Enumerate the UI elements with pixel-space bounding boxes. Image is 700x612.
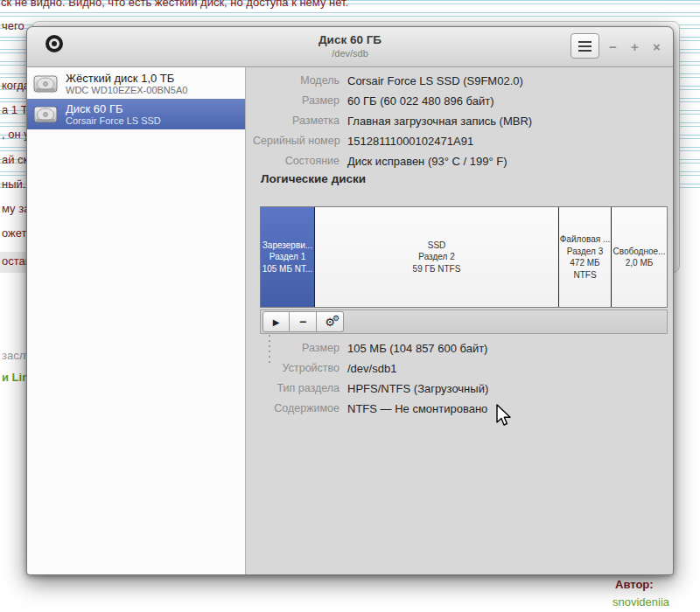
author-link[interactable]: snovideniia: [612, 595, 669, 609]
sidebar-item-hdd[interactable]: Жёсткий диск 1,0 ТБ WDC WD10EZEX-00BN5A0: [27, 68, 245, 99]
delete-partition-button[interactable]: −: [290, 311, 317, 332]
author-label: Автор:: [615, 578, 654, 591]
minimize-button[interactable]: −: [602, 38, 624, 56]
disk-title: Диск 60 ГБ: [66, 102, 161, 115]
info-value: 60 ГБ (60 022 480 896 байт): [347, 91, 673, 111]
info-label: Устройство: [253, 358, 340, 379]
info-label: Размер: [253, 338, 340, 358]
info-label: Состояние: [253, 151, 340, 171]
disk-subtitle: WDC WD10EZEX-00BN5A0: [66, 85, 187, 96]
info-value: HPFS/NTFS (Загрузочный): [347, 379, 673, 399]
disks-window: Диск 60 ГБ /dev/sdb − + ×: [26, 26, 674, 575]
partition-bar: Зарезерви... Раздел 1 105 МБ NT... SSD Р…: [260, 206, 668, 308]
partition-reserved[interactable]: Зарезерви... Раздел 1 105 МБ NT...: [261, 207, 314, 307]
titlebar[interactable]: Диск 60 ГБ /dev/sdb − + ×: [27, 27, 673, 67]
info-label: Серийный номер: [253, 131, 340, 151]
info-label: Содержимое: [253, 399, 340, 419]
page-text-fragment: ожет: [2, 226, 27, 240]
hard-disk-icon: [32, 104, 59, 125]
hard-disk-icon: [32, 73, 59, 94]
minus-icon: −: [299, 317, 306, 326]
close-button[interactable]: ×: [646, 38, 668, 56]
pane-splitter-handle[interactable]: [269, 335, 270, 363]
partition-free-space[interactable]: Свободное... 2,0 МБ: [611, 207, 667, 307]
page-text-fragment: ай ск: [2, 153, 28, 166]
volumes-section-title: Логические диски: [261, 172, 366, 185]
sidebar-item-ssd-selected[interactable]: Диск 60 ГБ Corsair Force LS SSD: [27, 99, 245, 129]
info-value: 105 МБ (104 857 600 байт): [347, 338, 673, 358]
volume-toolbar: ▶ − ⚙ ⚙: [260, 309, 668, 334]
page-text-fragment: а 1 Т: [2, 103, 28, 116]
info-value: /dev/sdb1: [347, 358, 673, 379]
disk-subtitle: Corsair Force LS SSD: [66, 115, 161, 127]
gears-icon-small: ⚙: [332, 315, 340, 323]
info-label: Размер: [253, 91, 340, 111]
hamburger-icon: [578, 41, 592, 43]
info-label: Тип раздела: [253, 379, 340, 399]
page-text-fragment: , он у: [2, 128, 30, 141]
page-text-fragment: чего: [2, 19, 24, 32]
drive-info-grid: Модель Corsair Force LS SSD (S9FM02.0) Р…: [253, 71, 673, 171]
page-text-fragment: ный.: [2, 177, 25, 191]
window-subtitle: /dev/sdb: [132, 48, 568, 59]
hamburger-menu-button[interactable]: [570, 33, 599, 59]
info-value: Диск исправен (93° C / 199° F): [347, 151, 673, 171]
info-value: NTFS — Не смонтировано: [347, 399, 673, 419]
disk-title: Жёсткий диск 1,0 ТБ: [66, 72, 187, 85]
partition-options-button[interactable]: ⚙ ⚙: [317, 311, 344, 332]
drive-details-pane: Модель Corsair Force LS SSD (S9FM02.0) Р…: [246, 67, 673, 574]
partition-ssd[interactable]: SSD Раздел 2 59 ГБ NTFS: [314, 207, 558, 307]
info-value: 15128111000102471A91: [347, 131, 673, 151]
play-icon: ▶: [273, 317, 280, 327]
disk-app-icon: [46, 35, 63, 52]
info-value: Corsair Force LS SSD (S9FM02.0): [347, 71, 673, 91]
info-value: Главная загрузочная запись (MBR): [347, 111, 673, 131]
disk-list-sidebar: Жёсткий диск 1,0 ТБ WDC WD10EZEX-00BN5A0…: [27, 67, 246, 574]
partition-info-grid: Размер 105 МБ (104 857 600 байт) Устройс…: [253, 338, 673, 419]
info-label: Модель: [253, 71, 340, 91]
mount-button[interactable]: ▶: [262, 311, 290, 332]
maximize-button[interactable]: +: [624, 38, 646, 56]
partition-filesystem[interactable]: Файловая ... Раздел 3 472 МБ NTFS: [558, 207, 611, 307]
info-label: Разметка: [253, 111, 340, 131]
window-title: Диск 60 ГБ: [132, 32, 568, 48]
page-text-top: ск не видно. Видно, что есть жесткий дис…: [1, 0, 348, 9]
